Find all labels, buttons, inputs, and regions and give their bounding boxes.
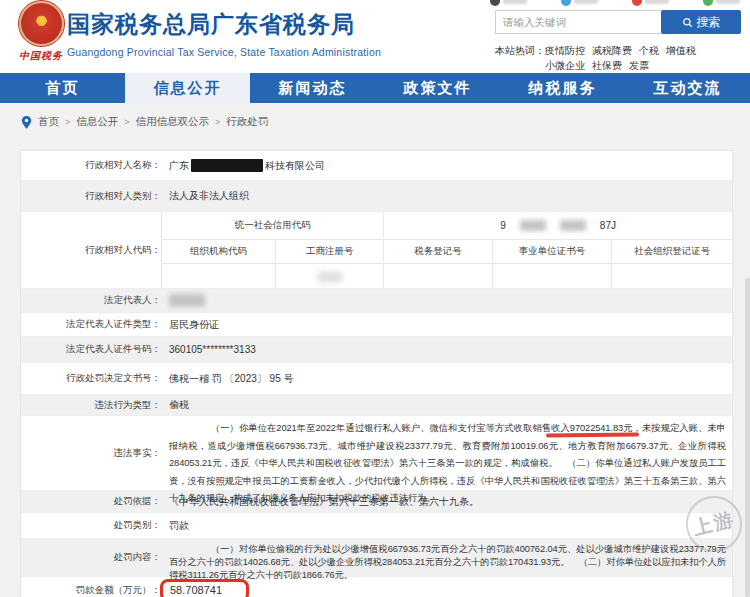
- hotwords-list: 疫情防控 减税降费 个税 增值税 小微企业 社保费 发票: [545, 43, 741, 73]
- hotword-link[interactable]: 增值税: [666, 43, 696, 58]
- breadcrumb-credit[interactable]: 信用信息双公示: [136, 115, 210, 129]
- site-title: 国家税务总局广东省税务局: [67, 9, 381, 40]
- nav-tab-info-disclosure[interactable]: 信息公开: [125, 73, 250, 103]
- hotword-link[interactable]: 发票: [629, 58, 649, 73]
- field-label: 违法事实：: [21, 416, 161, 490]
- dark-circle-icon: [490, 0, 500, 6]
- code-col-header: 税务登记号: [384, 240, 492, 264]
- nav-tab-tax-service[interactable]: 纳税服务: [500, 73, 625, 103]
- row-violation-type: 违法行为类型： 偷税: [21, 395, 732, 416]
- site-header: 中国税务 国家税务总局广东省税务局 Guangdong Provincial T…: [0, 0, 750, 73]
- breadcrumb-info[interactable]: 信息公开: [76, 115, 118, 129]
- penalty-category-value: 罚款: [161, 513, 732, 538]
- nav-tab-policy[interactable]: 政策文件: [375, 73, 500, 103]
- field-label: 行政处罚决定文书号：: [21, 363, 161, 394]
- credit-code-value: 9 87J: [384, 212, 732, 240]
- party-name-value: 广东 科技有限公司: [161, 151, 732, 180]
- field-label: 处罚依据：: [21, 491, 161, 512]
- red-underlined-revenue: 收入97022541.83元: [551, 423, 632, 433]
- scrollbar[interactable]: [745, 278, 750, 597]
- code-value-empty: [493, 264, 613, 289]
- search-icon: [682, 17, 693, 28]
- row-penalty-content: 处罚内容： （一）对你单位偷税的行为处以少缴增值税667936.73元百分之六十…: [21, 539, 732, 577]
- site-subtitle: Guangdong Provincial Tax Service, State …: [67, 46, 381, 58]
- legal-rep-value: [161, 289, 732, 312]
- breadcrumb: 首页 > 信息公开 > 信用信息双公示 > 行政处罚: [0, 112, 750, 132]
- breadcrumb-separator: >: [124, 117, 129, 127]
- field-label: 行政相对人代码：: [21, 212, 161, 288]
- row-party-name: 行政相对人名称： 广东 科技有限公司: [21, 151, 732, 181]
- field-label: 行政相对人类别：: [21, 181, 161, 211]
- location-pin-icon: [21, 116, 32, 129]
- search-button-label: 搜索: [697, 14, 721, 31]
- hotwords-label: 本站热词：: [495, 43, 545, 73]
- field-label: 法定代表人证件类型：: [21, 313, 161, 336]
- breadcrumb-separator: >: [215, 117, 220, 127]
- hotword-link[interactable]: 个税: [639, 43, 659, 58]
- fine-amount-number: 58.708741: [170, 584, 222, 596]
- penalty-content-text: （一）对你单位偷税的行为处以少缴增值税667936.73元百分之六十的罚款400…: [169, 543, 726, 581]
- row-legal-rep: 法定代表人：: [21, 289, 732, 313]
- logo-caption: 中国税务: [13, 49, 69, 63]
- penalty-content-value: （一）对你单位偷税的行为处以少缴增值税667936.73元百分之六十的罚款400…: [161, 539, 732, 576]
- row-party-category: 行政相对人类别： 法人及非法人组织: [21, 181, 732, 212]
- redaction-smudge: [318, 272, 342, 282]
- code-value-empty: [276, 264, 384, 289]
- row-party-codes: 行政相对人代码： 统一社会信用代码 9 87J 组织机构代码 工商注册号 税务登…: [21, 212, 732, 289]
- penalty-basis-value: 《中华人民共和国税收征收管理法》第六十三条第一款、第六十九条。: [161, 491, 732, 512]
- redaction-blur-box: [169, 294, 205, 307]
- field-label: 罚款金额（万元）：: [21, 577, 161, 597]
- row-doc-number: 行政处罚决定文书号： 佛税一稽 罚 〔2023〕 95 号: [21, 363, 732, 395]
- breadcrumb-home[interactable]: 首页: [38, 115, 59, 129]
- code-value-empty: [162, 264, 276, 289]
- hotword-link[interactable]: 减税降费: [592, 43, 632, 58]
- row-penalty-category: 处罚类别： 罚款: [21, 513, 732, 539]
- hotword-link[interactable]: 疫情防控: [545, 43, 585, 58]
- breadcrumb-penalty[interactable]: 行政处罚: [226, 115, 268, 129]
- doc-number-value: 佛税一稽 罚 〔2023〕 95 号: [161, 363, 732, 394]
- row-penalty-basis: 处罚依据： 《中华人民共和国税收征收管理法》第六十三条第一款、第六十九条。: [21, 491, 732, 513]
- credit-code-label: 统一社会信用代码: [162, 212, 384, 240]
- social-icon-2[interactable]: [561, 0, 598, 6]
- code-col-header: 工商注册号: [276, 240, 384, 264]
- codes-subtable: 统一社会信用代码 9 87J 组织机构代码 工商注册号 税务登记号 事业单位证书…: [161, 212, 732, 288]
- party-name-prefix: 广东: [169, 159, 189, 173]
- row-id-number: 法定代表人证件号码： 360105********3133: [21, 337, 732, 363]
- violation-facts-value: （一）你单位在2021年至2022年通过银行私人账户、微信和支付宝等方式收取销售…: [161, 416, 732, 490]
- row-id-type: 法定代表人证件类型： 居民身份证: [21, 313, 732, 337]
- icon-label-blur: [645, 0, 669, 4]
- code-value-empty: [384, 264, 492, 289]
- red-circle-icon: [632, 0, 642, 6]
- field-label: 处罚类别：: [21, 513, 161, 538]
- code-col-header: 社会组织登记证号: [612, 240, 732, 264]
- hotword-link[interactable]: 社保费: [592, 58, 622, 73]
- field-label: 行政相对人名称：: [21, 151, 161, 180]
- top-social-bar: [490, 0, 740, 6]
- fine-amount-value: 58.708741: [161, 577, 732, 597]
- social-icon-3[interactable]: [632, 0, 669, 6]
- social-icon-4[interactable]: [703, 0, 740, 6]
- tax-emblem-icon: [19, 1, 64, 46]
- redaction-blur-box: [560, 220, 586, 231]
- nav-tab-news[interactable]: 新闻动态: [250, 73, 375, 103]
- row-fine-amount: 罚款金额（万元）： 58.708741: [21, 577, 732, 597]
- main-nav: 首页 信息公开 新闻动态 政策文件 纳税服务 互动交流: [0, 73, 750, 103]
- redaction-blur-box: [520, 220, 546, 231]
- facts-text-before: （一）你单位在2021年至2022年通过银行私人账户、微信和支付宝等方式收取销售: [211, 423, 551, 433]
- social-icon-1[interactable]: [490, 0, 527, 6]
- icon-label-blur: [503, 0, 527, 4]
- breadcrumb-separator: >: [65, 117, 70, 127]
- redaction-black-box: [191, 159, 263, 172]
- party-name-suffix: 科技有限公司: [265, 159, 325, 173]
- nav-tab-interaction[interactable]: 互动交流: [625, 73, 750, 103]
- field-label: 违法行为类型：: [21, 395, 161, 415]
- icon-label-blur: [716, 0, 740, 4]
- party-category-value: 法人及非法人组织: [161, 181, 732, 211]
- code-col-header: 事业单位证书号: [493, 240, 613, 264]
- red-circled-fine-amount: 58.708741: [160, 579, 249, 597]
- icon-label-blur: [574, 0, 598, 4]
- search-input[interactable]: [495, 10, 661, 34]
- hotword-link[interactable]: 小微企业: [545, 58, 585, 73]
- nav-tab-home[interactable]: 首页: [0, 73, 125, 103]
- search-button[interactable]: 搜索: [661, 10, 741, 34]
